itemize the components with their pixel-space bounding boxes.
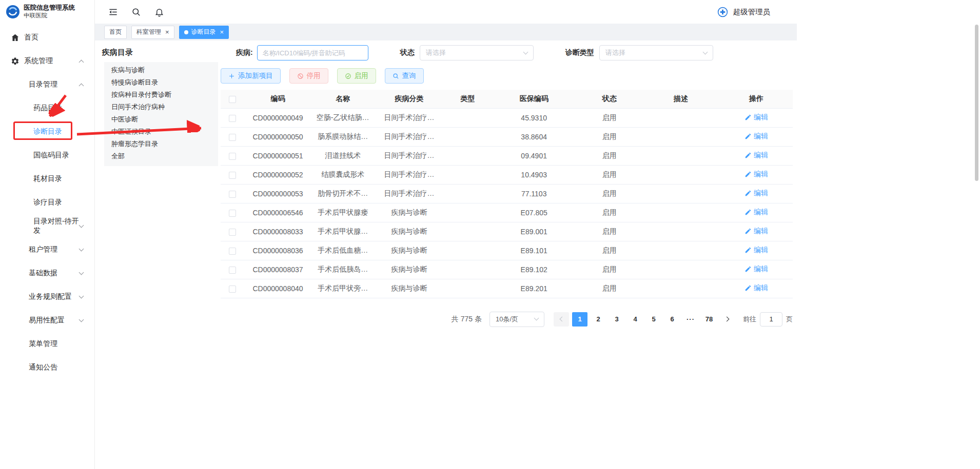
- row-checkbox[interactable]: [229, 115, 236, 122]
- sidebar-item-national-code-catalog[interactable]: 国临码目录: [0, 144, 94, 167]
- row-checkbox[interactable]: [229, 229, 236, 236]
- catalog-item[interactable]: 按病种目录付费诊断: [104, 89, 218, 101]
- catalog-item[interactable]: 特慢病诊断目录: [104, 76, 218, 89]
- vertical-scrollbar[interactable]: [975, 25, 978, 181]
- goto-page-input[interactable]: [760, 312, 782, 327]
- disease-filter-label: 疾病:: [236, 48, 253, 57]
- catalog-item[interactable]: 肿瘤形态学目录: [104, 138, 218, 150]
- user-menu[interactable]: 超级管理员: [717, 6, 771, 18]
- query-button[interactable]: 查询: [385, 68, 424, 84]
- tab-首页[interactable]: 首页: [104, 26, 127, 39]
- diagnosis-type-select-value: 请选择: [605, 48, 625, 57]
- cell-status: 启用: [577, 203, 642, 222]
- page-5[interactable]: 5: [646, 312, 661, 327]
- sidebar-item-menu-management[interactable]: 菜单管理: [0, 332, 94, 356]
- catalog-item[interactable]: 中医证候目录: [104, 126, 218, 138]
- row-checkbox[interactable]: [229, 286, 236, 293]
- sidebar-item-consumable-catalog[interactable]: 耗材目录: [0, 167, 94, 191]
- catalog-item[interactable]: 日间手术治疗病种: [104, 101, 218, 113]
- row-checkbox[interactable]: [229, 210, 236, 217]
- edit-button[interactable]: 编辑: [744, 208, 768, 217]
- enable-button[interactable]: 启用: [337, 68, 376, 84]
- cell-type: [444, 108, 491, 127]
- sidebar-item-tenant-management[interactable]: 租户管理: [0, 238, 94, 261]
- next-page-button[interactable]: [720, 312, 735, 327]
- cell-action: 编辑: [720, 241, 793, 260]
- sidebar-item-catalog-management[interactable]: 目录管理: [0, 73, 94, 96]
- edit-button[interactable]: 编辑: [744, 151, 768, 160]
- sidebar-item-catalog-mapping[interactable]: 目录对照-待开发: [0, 214, 94, 238]
- edit-button[interactable]: 编辑: [744, 227, 768, 236]
- sidebar-item-usability-config[interactable]: 易用性配置: [0, 309, 94, 332]
- cell-name: 空肠-乙状结肠…: [311, 108, 374, 127]
- cell-name: 手术后甲状旁…: [311, 279, 374, 298]
- sidebar-item-system-management[interactable]: 系统管理: [0, 49, 94, 73]
- catalog-item[interactable]: 疾病与诊断: [104, 64, 218, 76]
- sidebar-item-label: 业务规则配置: [29, 292, 72, 301]
- chevron-left-icon: [560, 317, 565, 322]
- edit-button[interactable]: 编辑: [744, 113, 768, 122]
- sidebar-item-notice[interactable]: 通知公告: [0, 356, 94, 379]
- edit-button[interactable]: 编辑: [744, 283, 768, 293]
- tab-科室管理[interactable]: 科室管理×: [131, 26, 174, 39]
- sidebar-item-label: 诊断目录: [33, 127, 62, 136]
- prev-page-button[interactable]: [554, 312, 569, 327]
- row-checkbox[interactable]: [229, 153, 236, 160]
- catalog-item[interactable]: 全部: [104, 150, 218, 162]
- page-1[interactable]: 1: [572, 312, 587, 327]
- cell-type: [444, 203, 491, 222]
- row-checkbox[interactable]: [229, 191, 236, 198]
- row-checkbox[interactable]: [229, 172, 236, 179]
- disable-button[interactable]: 停用: [289, 68, 328, 84]
- cell-name: 结膜囊成形术: [311, 165, 374, 184]
- sidebar-item-treatment-catalog[interactable]: 诊疗目录: [0, 191, 94, 214]
- search-icon[interactable]: [131, 7, 141, 17]
- add-item-button[interactable]: 添加新项目: [221, 68, 281, 84]
- page-78[interactable]: 78: [701, 312, 717, 327]
- sidebar-item-base-data[interactable]: 基础数据: [0, 261, 94, 285]
- edit-label: 编辑: [754, 113, 768, 122]
- sidebar-item-home[interactable]: 首页: [0, 26, 94, 49]
- catalog-item[interactable]: 中医诊断: [104, 113, 218, 126]
- edit-button[interactable]: 编辑: [744, 189, 768, 198]
- disease-search-input[interactable]: [257, 45, 368, 60]
- edit-button[interactable]: 编辑: [744, 170, 768, 179]
- row-checkbox[interactable]: [229, 134, 236, 141]
- edit-icon: [744, 247, 752, 254]
- menu-collapse-icon[interactable]: [108, 7, 118, 17]
- select-all-checkbox[interactable]: [229, 96, 236, 103]
- page-2[interactable]: 2: [591, 312, 606, 327]
- cell-code: CD0000000051: [244, 146, 312, 165]
- sidebar-item-drug-catalog[interactable]: 药品目录: [0, 96, 94, 120]
- page-4[interactable]: 4: [628, 312, 643, 327]
- table-row: CD0000008040手术后甲状旁…疾病与诊断E89.201启用编辑: [221, 279, 793, 298]
- edit-button[interactable]: 编辑: [744, 246, 768, 255]
- cell-name: 泪道挂线术: [311, 146, 374, 165]
- notification-bell-icon[interactable]: [154, 7, 164, 17]
- pager-more[interactable]: ···: [683, 312, 698, 327]
- close-tab-icon[interactable]: ×: [165, 29, 169, 35]
- edit-button[interactable]: 编辑: [744, 132, 768, 141]
- page-3[interactable]: 3: [609, 312, 624, 327]
- table-header-row: 编码名称疾病分类类型医保编码状态描述操作: [221, 90, 793, 108]
- row-checkbox[interactable]: [229, 267, 236, 274]
- diagnosis-type-select[interactable]: 请选择: [599, 45, 713, 60]
- pagination: 共 775 条 10条/页 123456···78 前往 页: [221, 312, 793, 327]
- page-size-select[interactable]: 10条/页: [489, 312, 544, 327]
- close-tab-icon[interactable]: ×: [220, 29, 224, 35]
- row-checkbox[interactable]: [229, 248, 236, 255]
- chevron-down-icon: [79, 222, 84, 228]
- query-label: 查询: [402, 71, 416, 80]
- cell-action: 编辑: [720, 203, 793, 222]
- sidebar: 医院信息管理系统 中联医院 首页系统管理目录管理药品目录诊断目录国临码目录耗材目…: [0, 0, 95, 469]
- sidebar-item-label: 诊疗目录: [33, 198, 62, 207]
- page-6[interactable]: 6: [664, 312, 680, 327]
- cell-type: [444, 222, 491, 241]
- sidebar-item-business-rules[interactable]: 业务规则配置: [0, 285, 94, 309]
- sidebar-item-diagnosis-catalog[interactable]: 诊断目录: [0, 120, 94, 144]
- edit-button[interactable]: 编辑: [744, 264, 768, 274]
- catalog-list: 疾病与诊断特慢病诊断目录按病种目录付费诊断日间手术治疗病种中医诊断中医证候目录肿…: [104, 62, 218, 166]
- cell-action: 编辑: [720, 127, 793, 146]
- status-select[interactable]: 请选择: [420, 45, 534, 60]
- tab-诊断目录[interactable]: 诊断目录×: [179, 26, 229, 39]
